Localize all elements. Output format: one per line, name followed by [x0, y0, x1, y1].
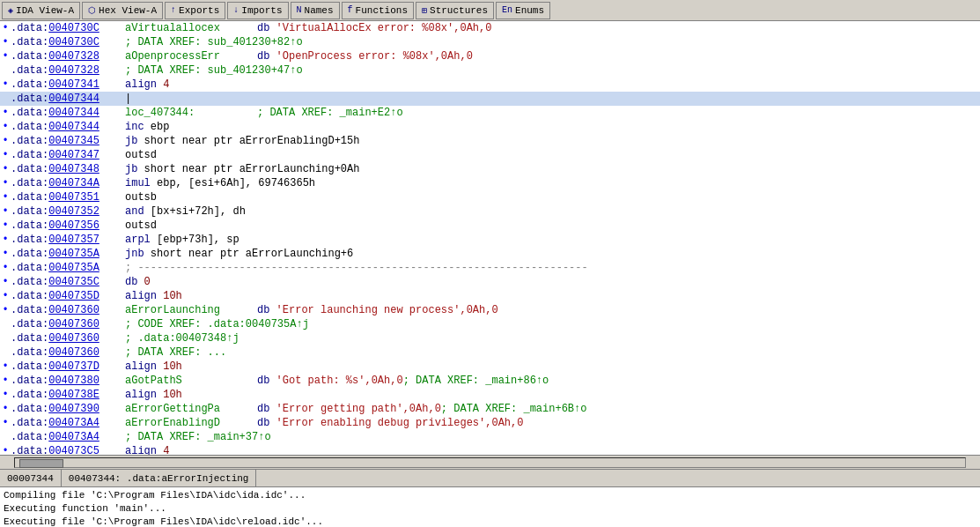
- addr-link[interactable]: 00407357: [48, 234, 99, 246]
- bullet-icon: •: [0, 402, 11, 416]
- addr-link[interactable]: 00407341: [48, 78, 99, 91]
- table-row: •.data:00407360aErrorLaunching db 'Error…: [0, 303, 980, 317]
- address-cell[interactable]: .data:0040735C: [11, 275, 125, 289]
- bullet-icon: •: [0, 49, 11, 63]
- address-cell[interactable]: .data:00407352: [11, 204, 125, 219]
- instruction-cell: align 10h: [125, 360, 182, 374]
- addr-link[interactable]: 004073C5: [48, 445, 99, 455]
- addr-link[interactable]: 0040735C: [48, 276, 99, 288]
- address-cell[interactable]: .data:00407348: [11, 162, 125, 176]
- address-cell[interactable]: .data:00407351: [11, 190, 125, 204]
- address-cell[interactable]: .data:0040734A: [11, 176, 125, 190]
- addr-link[interactable]: 00407351: [48, 191, 99, 204]
- table-row: •.data:00407341 align 4: [0, 78, 980, 92]
- address-cell[interactable]: .data:00407341: [11, 78, 125, 92]
- bullet-icon: •: [0, 416, 11, 430]
- address-cell[interactable]: .data:00407344: [11, 92, 125, 106]
- address-cell[interactable]: .data:00407328: [11, 49, 125, 63]
- address-cell[interactable]: .data:004073C5: [11, 444, 125, 455]
- tab-structures[interactable]: ⊞Structures: [416, 2, 494, 19]
- address-cell[interactable]: .data:00407328: [11, 63, 125, 78]
- addr-link[interactable]: 0040737D: [48, 360, 99, 373]
- addr-link[interactable]: 0040730C: [48, 22, 99, 34]
- address-cell[interactable]: .data:004073A4: [11, 430, 125, 444]
- tab-names[interactable]: NNames: [291, 2, 340, 19]
- segment: .data:: [11, 163, 48, 175]
- address-cell[interactable]: .data:0040737D: [11, 360, 125, 374]
- addr-link[interactable]: 00407328: [48, 50, 99, 63]
- segment: .data:: [11, 191, 48, 204]
- tab-ida-view[interactable]: ◈IDA View-A: [2, 2, 80, 19]
- address-cell[interactable]: .data:00407380: [11, 374, 125, 388]
- address-cell[interactable]: .data:00407345: [11, 134, 125, 148]
- addr-link[interactable]: 004073A4: [48, 431, 99, 443]
- addr-link[interactable]: 0040734A: [48, 177, 99, 189]
- table-row: •.data:00407390aErrorGettingPa db 'Error…: [0, 402, 980, 416]
- toolbar: ◈IDA View-A⬡Hex View-A↑Exports↓ImportsNN…: [0, 0, 980, 21]
- addr-link[interactable]: 00407328: [48, 64, 99, 77]
- segment: .data:: [11, 389, 48, 401]
- addr-link[interactable]: 0040738E: [48, 389, 99, 401]
- code-scroll[interactable]: •.data:0040730CaVirtualallocex db 'Virtu…: [0, 21, 980, 455]
- hscroll-track[interactable]: [14, 457, 966, 468]
- segment: .data:: [11, 290, 48, 302]
- addr-link[interactable]: 0040735A: [48, 262, 99, 274]
- addr-link[interactable]: 004073A4: [48, 417, 99, 429]
- address-cell[interactable]: .data:00407360: [11, 345, 125, 360]
- bullet-icon: •: [0, 78, 11, 92]
- addr-link[interactable]: 00407344: [48, 93, 99, 105]
- table-row: •.data:0040737D align 10h: [0, 360, 980, 374]
- addr-link[interactable]: 00407348: [48, 163, 99, 175]
- tab-exports[interactable]: ↑Exports: [165, 2, 225, 19]
- address-cell[interactable]: .data:00407344: [11, 120, 125, 134]
- address-cell[interactable]: .data:00407357: [11, 233, 125, 247]
- log-line: Executing file 'C:\Program Files\IDA\idc…: [4, 516, 976, 527]
- instruction-cell: ; CODE XREF: .data:0040735A↑j: [125, 317, 309, 331]
- addr-link[interactable]: 00407352: [48, 205, 99, 218]
- address-cell[interactable]: .data:0040730C: [11, 21, 125, 35]
- address-cell[interactable]: .data:00407347: [11, 148, 125, 162]
- label-name: loc_407344:: [125, 106, 257, 120]
- tab-hex-view[interactable]: ⬡Hex View-A: [82, 2, 163, 19]
- bullet-icon: •: [0, 289, 11, 303]
- address-cell[interactable]: .data:00407344: [11, 106, 125, 120]
- address-cell[interactable]: .data:00407360: [11, 331, 125, 345]
- address-cell[interactable]: .data:00407390: [11, 402, 125, 416]
- addr-link[interactable]: 00407345: [48, 135, 99, 147]
- tab-enums[interactable]: EnEnums: [496, 2, 550, 19]
- segment: .data:: [11, 36, 48, 48]
- segment: .data:: [11, 417, 48, 429]
- bullet-icon: •: [0, 35, 11, 49]
- addr-link[interactable]: 00407360: [48, 346, 99, 359]
- tab-imports[interactable]: ↓Imports: [227, 2, 288, 19]
- addr-link[interactable]: 00407356: [48, 219, 99, 232]
- addr-link[interactable]: 0040735A: [48, 248, 99, 260]
- tab-functions[interactable]: fFunctions: [342, 2, 414, 19]
- code-area[interactable]: •.data:0040730CaVirtualallocex db 'Virtu…: [0, 21, 980, 455]
- address-cell[interactable]: .data:0040730C: [11, 35, 125, 49]
- hscroll-thumb[interactable]: [19, 459, 63, 468]
- table-row: •.data:004073A4aErrorEnablingD db 'Error…: [0, 416, 980, 430]
- addr-link[interactable]: 00407360: [48, 304, 99, 316]
- addr-link[interactable]: 00407380: [48, 375, 99, 387]
- addr-link[interactable]: 00407347: [48, 149, 99, 161]
- label-name: aErrorLaunching: [125, 303, 257, 317]
- segment: .data:: [11, 375, 48, 387]
- addr-link[interactable]: 00407390: [48, 403, 99, 415]
- addr-link[interactable]: 00407344: [48, 121, 99, 133]
- address-cell[interactable]: .data:0040735A: [11, 261, 125, 275]
- addr-link[interactable]: 00407344: [48, 107, 99, 119]
- addr-link[interactable]: 0040735D: [48, 290, 99, 302]
- address-cell[interactable]: .data:00407356: [11, 219, 125, 233]
- address-cell[interactable]: .data:00407360: [11, 317, 125, 331]
- addr-link[interactable]: 00407360: [48, 332, 99, 345]
- address-cell[interactable]: .data:0040735A: [11, 247, 125, 261]
- address-cell[interactable]: .data:004073A4: [11, 416, 125, 430]
- address-cell[interactable]: .data:0040738E: [11, 388, 125, 402]
- hscroll-area[interactable]: [0, 455, 980, 469]
- address-cell[interactable]: .data:00407360: [11, 303, 125, 317]
- addr-link[interactable]: 0040730C: [48, 36, 99, 48]
- segment: .data:: [11, 135, 48, 147]
- address-cell[interactable]: .data:0040735D: [11, 289, 125, 303]
- addr-link[interactable]: 00407360: [48, 318, 99, 330]
